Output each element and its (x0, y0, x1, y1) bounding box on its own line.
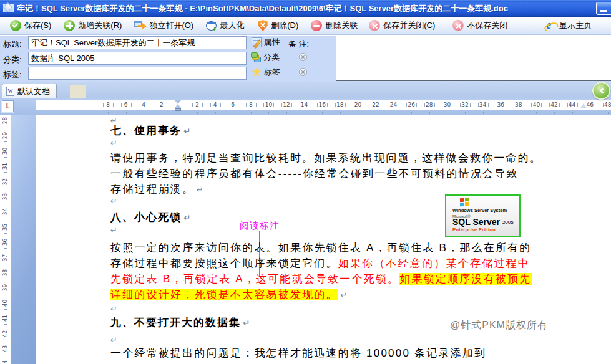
metadata-form: 标题: 分类: 标签: 属性 备 注: 分类 标签 (0, 36, 611, 82)
category-input[interactable] (28, 52, 247, 65)
vertical-ruler-number: 29 (2, 131, 9, 140)
ruler-number: 20 (354, 101, 361, 108)
vertical-ruler-number: 42 (2, 329, 9, 338)
close-without-save-button-label: 不保存关闭 (467, 20, 507, 31)
add-link-button-label: 新增关联(R) (78, 20, 122, 31)
ruler-number: 18 (336, 101, 343, 108)
remark-label: 备 注: (288, 39, 309, 50)
ruler-number: 8 (106, 101, 110, 108)
window-icon (3, 4, 14, 12)
show-home-button[interactable]: e 显示主页 (545, 20, 592, 31)
vertical-ruler-number: 28 (2, 116, 9, 125)
paragraph-mark: ↵ (110, 304, 117, 314)
heading-section-8: 八、小心死锁 ↵ (110, 209, 191, 225)
paragraph-mark: ↵ (110, 196, 117, 206)
vertical-ruler: 2829303132333435363738394041424344 (0, 115, 11, 364)
horizontal-ruler: L 86422468101214161820222426283032343638… (0, 98, 611, 115)
vertical-ruler-number: 43 (2, 344, 9, 353)
vertical-ruler-number: 34 (2, 207, 9, 216)
ruler-number: 32 (461, 101, 468, 108)
first-line-indent-marker[interactable] (175, 100, 181, 110)
document-tab-bar: W 默认文档 (0, 82, 611, 98)
vertical-ruler-number: 44 (2, 359, 9, 364)
delete-button-label: 删除(D) (271, 20, 298, 31)
clear-tag-button[interactable] (299, 68, 307, 76)
vertical-ruler-number: 38 (2, 268, 9, 277)
tab-strip-remainder (70, 85, 86, 98)
clear-category-button[interactable] (299, 53, 307, 61)
delete-button[interactable]: 删除(D) (258, 20, 298, 31)
document-page: Windows Server System Microsoft® SQL Ser… (36, 115, 611, 364)
ruler-number: 12 (283, 101, 290, 108)
paragraph-mark: ↵ (110, 226, 117, 235)
edition-text: Enterprise Edition (452, 227, 517, 232)
vertical-ruler-number: 37 (2, 253, 9, 262)
ruler-number: 34 (479, 101, 486, 108)
title-input[interactable] (28, 36, 247, 49)
ruler-number: 36 (497, 101, 504, 108)
properties-button-label: 属性 (264, 37, 280, 48)
properties-icon (252, 37, 262, 47)
add-link-button[interactable]: 新增关联(R) (64, 20, 122, 31)
save-and-close-button[interactable]: 保存并关闭(C) (369, 20, 435, 31)
open-standalone-button[interactable]: 独立打开(O) (134, 20, 193, 31)
back-nav-button[interactable] (592, 82, 610, 100)
ruler-number: 42 (550, 101, 557, 108)
windows-flag-icon (460, 198, 471, 207)
ruler-number: 46 (586, 101, 593, 108)
ruler-number: 40 (533, 101, 540, 108)
tab-label: 默认文档 (17, 86, 50, 97)
vertical-ruler-number: 41 (2, 314, 9, 323)
close-without-save-button[interactable]: 不保存关闭 (452, 20, 507, 31)
word-document-icon: W (6, 87, 14, 96)
paragraph-transactions: 请使用事务，特别是当查询比较耗时。如果系统出现问题，这样做会救你一命的。一般有些… (110, 150, 542, 197)
save-and-close-button-label: 保存并关闭(C) (383, 20, 435, 31)
save-close-icon (369, 20, 380, 31)
ruler-number: 44 (569, 101, 575, 108)
ruler-number: 28 (426, 101, 433, 108)
tag-input[interactable] (28, 67, 247, 80)
save-icon (10, 20, 21, 31)
paragraph-mark: ↵ (110, 335, 117, 345)
close-no-save-icon (452, 20, 464, 31)
ruler-number: 48 (604, 101, 611, 108)
maximize-button-label: 最大化 (220, 20, 244, 31)
open-standalone-button-label: 独立打开(O) (149, 20, 193, 31)
category-picker-button[interactable]: 分类 (251, 52, 280, 63)
ruler-number: 6 (231, 101, 235, 108)
tab-default-document[interactable]: W 默认文档 (2, 84, 57, 98)
ruler-number: 4 (142, 101, 145, 108)
tag-star-icon (252, 67, 262, 77)
ruler-number: 30 (444, 101, 451, 108)
maximize-button[interactable]: + 最大化 (206, 20, 244, 31)
ruler-number: 2 (195, 101, 199, 108)
heading-section-7: 七、使用事务 ↵ (110, 123, 191, 138)
remove-link-icon (311, 20, 322, 31)
ruler-number: 6 (124, 101, 128, 108)
save-button-label: 保存(S) (24, 20, 51, 31)
tag-field-label: 标签: (3, 69, 22, 80)
window-title: 牢记！SQL Server数据库开发的二十一条军规 - E:\PinSoftPK… (17, 3, 508, 14)
heading-section-9: 九、不要打开大的数据集 ↵ (110, 315, 250, 330)
tag-picker-label: 标签 (264, 67, 280, 78)
minimize-button[interactable] (596, 2, 611, 15)
remove-link-button[interactable]: 删除关联 (311, 20, 358, 31)
save-button[interactable]: 保存(S) (10, 20, 51, 31)
vertical-ruler-number: 32 (2, 177, 9, 186)
remove-link-button-label: 删除关联 (325, 20, 358, 31)
remarks-textarea[interactable] (336, 36, 611, 81)
document-area: 2829303132333435363738394041424344 Windo… (0, 115, 611, 364)
sql-server-2005-logo-image[interactable]: Windows Server System Microsoft® SQL Ser… (445, 194, 521, 237)
category-field-label: 分类: (3, 54, 22, 65)
ruler-number: 24 (390, 101, 397, 108)
show-home-button-label: 显示主页 (559, 20, 592, 31)
vertical-ruler-number: 33 (2, 192, 9, 201)
ruler-number: 2 (160, 101, 164, 108)
ruler-number: 10 (265, 101, 272, 108)
vertical-ruler-number: 31 (2, 161, 9, 171)
tag-picker-button[interactable]: 标签 (252, 67, 280, 78)
tab-stop-selector[interactable]: L (2, 100, 14, 112)
vertical-ruler-number: 39 (2, 283, 9, 292)
ruler-number: 4 (213, 101, 217, 108)
properties-button[interactable]: 属性 (252, 37, 280, 48)
